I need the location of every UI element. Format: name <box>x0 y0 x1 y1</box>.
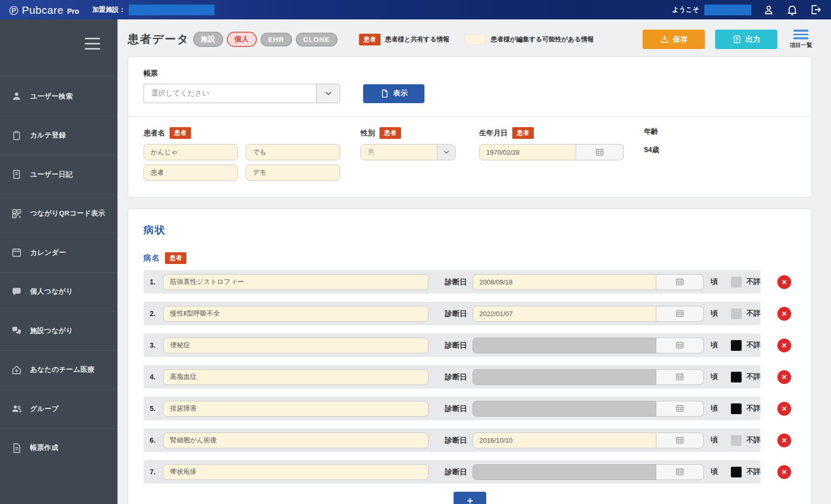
show-document-icon <box>380 89 389 98</box>
diagnosis-date-label: 診断日 <box>445 341 467 350</box>
delete-row-button[interactable]: ✕ <box>777 275 791 289</box>
name-mei-input[interactable] <box>246 164 340 181</box>
unknown-label: 不詳 <box>747 341 761 350</box>
calendar-button[interactable] <box>656 369 704 385</box>
disease-row-number: 4. <box>150 373 162 381</box>
sidebar-item-karte-register[interactable]: カルテ登録 <box>0 116 117 155</box>
add-disease-button[interactable]: ＋ <box>454 492 486 504</box>
unknown-label: 不詳 <box>747 309 761 318</box>
sidebar-item-user-diary[interactable]: ユーザー日記 <box>0 155 117 194</box>
home-medical-icon <box>11 365 22 375</box>
age-value: 54歳 <box>644 146 659 155</box>
clone-badge[interactable]: CLONE <box>296 33 338 46</box>
item-list-icon <box>793 30 809 39</box>
unknown-checkbox[interactable] <box>731 277 742 287</box>
personal-badge[interactable]: 個人 <box>227 32 257 47</box>
item-list-button[interactable]: 項目一覧 <box>790 30 812 49</box>
chevron-down-icon[interactable] <box>316 84 340 103</box>
chevron-down-icon[interactable] <box>437 145 455 160</box>
sidebar-item-team-medical[interactable]: あなたのチーム医療 <box>0 350 117 390</box>
calendar-button[interactable] <box>656 306 704 322</box>
diagnosis-date-input[interactable] <box>472 369 656 385</box>
disease-name-input[interactable] <box>163 464 429 480</box>
unknown-checkbox[interactable] <box>731 308 742 319</box>
delete-row-button[interactable]: ✕ <box>777 402 791 416</box>
disease-name-input[interactable] <box>163 433 429 448</box>
disease-row: 7. 診断日 頃 不詳 ✕ <box>144 460 796 484</box>
patient-summary-card: 帳票 選択してください 表示 患者名 患者 <box>128 56 812 198</box>
name-kana-sei-input[interactable] <box>144 144 238 160</box>
diagnosis-date-input[interactable] <box>472 338 656 353</box>
affiliation-label: 加盟施設： <box>92 5 126 14</box>
disease-name-input[interactable] <box>163 338 429 353</box>
unknown-checkbox[interactable] <box>731 340 742 351</box>
calendar-button[interactable] <box>576 144 624 160</box>
delete-row-button[interactable]: ✕ <box>777 434 791 447</box>
chat-bubbles-icon <box>11 325 22 336</box>
unknown-checkbox[interactable] <box>731 372 742 382</box>
sidebar-item-label: カレンダー <box>30 248 66 257</box>
disease-name-input[interactable] <box>163 401 429 417</box>
sidebar-item-report-create[interactable]: 帳票作成 <box>0 428 117 468</box>
patient-badge: 患者 <box>379 127 401 139</box>
report-select[interactable]: 選択してください <box>144 84 340 103</box>
approx-label: 頃 <box>711 436 718 445</box>
ehr-badge[interactable]: EHR <box>260 33 292 46</box>
name-kana-mei-input[interactable] <box>246 144 340 160</box>
diagnosis-date-input[interactable] <box>472 464 656 480</box>
delete-row-button[interactable]: ✕ <box>777 465 791 479</box>
account-icon[interactable] <box>763 4 775 16</box>
delete-row-button[interactable]: ✕ <box>777 307 791 321</box>
delete-row-button[interactable]: ✕ <box>777 339 791 352</box>
report-label: 帳票 <box>144 69 796 78</box>
symptoms-card: 病状 病名 患者 1. 診断日 頃 不詳 ✕ 2. 診断日 <box>128 208 812 504</box>
birthdate-input[interactable] <box>479 144 576 160</box>
sidebar-item-label: ユーザー日記 <box>30 170 73 179</box>
calendar-button[interactable] <box>656 401 704 417</box>
disease-name-input[interactable] <box>163 306 429 322</box>
sidebar-item-user-search[interactable]: ユーザー検索 <box>0 77 117 116</box>
calendar-button[interactable] <box>656 338 704 353</box>
patient-badge: 患者 <box>512 127 534 139</box>
group-icon <box>11 403 22 414</box>
delete-row-button[interactable]: ✕ <box>777 370 791 384</box>
sidebar: ユーザー検索 カルテ登録 ユーザー日記 つながりQRコード表示 カレンダー <box>0 19 117 504</box>
disease-name-input[interactable] <box>163 274 429 290</box>
unknown-checkbox[interactable] <box>731 467 742 477</box>
sidebar-item-calendar[interactable]: カレンダー <box>0 233 117 272</box>
notifications-bell-icon[interactable] <box>786 4 798 16</box>
patient-badge: 患者 <box>170 127 191 139</box>
export-button[interactable]: 出力 <box>715 30 777 49</box>
name-sei-input[interactable] <box>144 164 238 181</box>
calendar-button[interactable] <box>656 274 704 290</box>
disease-name-label: 病名 <box>144 253 160 263</box>
sidebar-item-qr-code[interactable]: つながりQRコード表示 <box>0 194 117 233</box>
brand-logo[interactable]: ℗ Pubcare Pro <box>9 4 79 16</box>
qr-code-icon <box>11 208 22 219</box>
export-document-icon <box>732 35 742 44</box>
show-button[interactable]: 表示 <box>363 84 424 103</box>
calendar-button[interactable] <box>656 464 704 480</box>
report-select-placeholder: 選択してください <box>144 84 316 103</box>
unknown-checkbox[interactable] <box>731 403 742 414</box>
unknown-label: 不詳 <box>747 467 761 476</box>
diagnosis-date-input[interactable] <box>472 274 656 290</box>
sidebar-item-label: カルテ登録 <box>30 131 66 140</box>
diagnosis-date-label: 診断日 <box>445 404 467 414</box>
diagnosis-date-input[interactable] <box>472 401 656 417</box>
legend-editable-text: 患者様が編集する可能性がある情報 <box>491 35 594 44</box>
sidebar-item-personal-connections[interactable]: 個人つながり <box>0 272 117 311</box>
save-button[interactable]: 保存 <box>643 30 705 49</box>
sidebar-item-group[interactable]: グループ <box>0 389 117 428</box>
disease-name-input[interactable] <box>163 369 429 385</box>
calendar-button[interactable] <box>656 433 704 448</box>
diagnosis-date-input[interactable] <box>472 306 656 322</box>
facility-badge[interactable]: 施設 <box>193 32 223 47</box>
clipboard-icon <box>11 130 22 141</box>
sidebar-item-facility-connections[interactable]: 施設つながり <box>0 311 117 350</box>
diagnosis-date-input[interactable] <box>472 433 656 448</box>
unknown-checkbox[interactable] <box>731 435 742 446</box>
sidebar-toggle-icon[interactable] <box>85 38 100 50</box>
logout-icon[interactable] <box>810 4 822 16</box>
gender-select[interactable]: 男 <box>361 144 456 160</box>
